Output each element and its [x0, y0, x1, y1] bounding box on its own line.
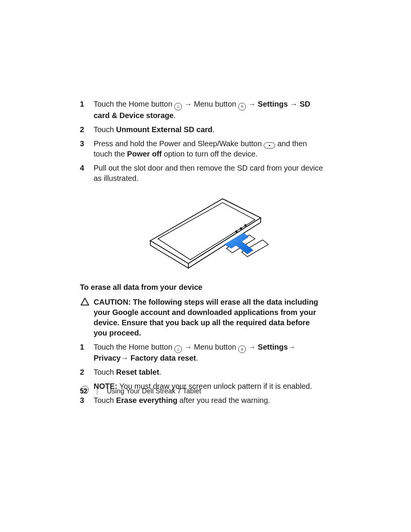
period: . [159, 368, 161, 376]
step-number: 4 [80, 163, 84, 173]
privacy-label: Privacy [94, 354, 121, 362]
arrow-icon: → [248, 343, 258, 351]
erase-everything-label: Erase everything [116, 396, 177, 404]
step-text: Menu button [194, 100, 238, 108]
power-off-label: Power off [127, 150, 162, 158]
footer-title: Using Your Dell Streak 7 Tablet [107, 387, 201, 395]
power-sleep-icon: ● [264, 142, 275, 149]
caution-icon [80, 298, 90, 308]
step-number: 2 [80, 125, 84, 135]
step-number: 1 [80, 342, 84, 352]
arrow-icon: → [248, 100, 258, 108]
svg-marker-10 [81, 298, 89, 305]
svg-point-6 [235, 230, 237, 233]
arrow-icon: → [121, 354, 131, 362]
caution-callout: CAUTION: The following steps will erase … [80, 297, 323, 338]
svg-point-5 [240, 227, 242, 230]
menu-icon: ≡ [238, 103, 246, 110]
menu-icon: ≡ [238, 345, 246, 353]
step-text: Touch the Home button [94, 100, 174, 108]
step-text: Touch [94, 125, 116, 134]
step-text: Press and hold the Power and Sleep/Wake … [94, 139, 264, 148]
home-icon: ⌂ [174, 103, 182, 110]
settings-label: Settings [258, 343, 288, 351]
step-text: Menu button [194, 343, 238, 351]
page-number: 52 [80, 387, 88, 395]
step-number: 1 [80, 99, 84, 109]
period: . [212, 125, 215, 134]
step-text: Touch [94, 396, 116, 404]
reset-tablet-label: Reset tablet [116, 368, 159, 376]
period: . [174, 111, 176, 120]
step-b2: 2 Touch Reset tablet. [80, 367, 323, 377]
page-footer: 52 | Using Your Dell Streak 7 Tablet [80, 387, 201, 396]
step-number: 3 [80, 395, 84, 406]
arrow-icon: → [290, 100, 300, 108]
erase-data-heading: To erase all data from your device [80, 282, 323, 292]
arrow-icon: → [288, 343, 295, 351]
svg-point-4 [244, 224, 247, 227]
factory-reset-label: Factory data reset [131, 354, 196, 362]
illustration-tablet-sd [80, 187, 323, 274]
step-text: option to turn off the device. [164, 150, 258, 158]
step-c3: 3 Touch Erase everything after you read … [80, 395, 323, 406]
arrow-icon: → [184, 100, 194, 108]
step-b1: 1 Touch the Home button ⌂ → Menu button … [80, 342, 323, 364]
step-text: Pull out the slot door and then remove t… [94, 164, 323, 182]
step-a4: 4 Pull out the slot door and then remove… [80, 163, 323, 184]
tablet-sd-svg [127, 187, 276, 271]
step-number: 2 [80, 367, 84, 377]
step-text: Touch the Home button [94, 343, 174, 351]
step-a3: 3 Press and hold the Power and Sleep/Wak… [80, 139, 323, 159]
home-icon: ⌂ [174, 345, 182, 353]
step-number: 3 [80, 139, 84, 149]
step-a2: 2 Touch Unmount External SD card. [80, 125, 323, 135]
footer-divider: | [96, 387, 98, 395]
step-a1: 1 Touch the Home button ⌂ → Menu button … [80, 99, 323, 121]
arrow-icon: → [184, 343, 194, 351]
step-text: after you read the warning. [180, 396, 270, 404]
step-text: Touch [94, 368, 116, 376]
period: . [196, 354, 198, 362]
manual-page: 1 Touch the Home button ⌂ → Menu button … [0, 0, 411, 532]
settings-label: Settings [258, 100, 288, 108]
unmount-sd-label: Unmount External SD card [116, 125, 212, 134]
caution-label: CAUTION: [94, 298, 133, 306]
